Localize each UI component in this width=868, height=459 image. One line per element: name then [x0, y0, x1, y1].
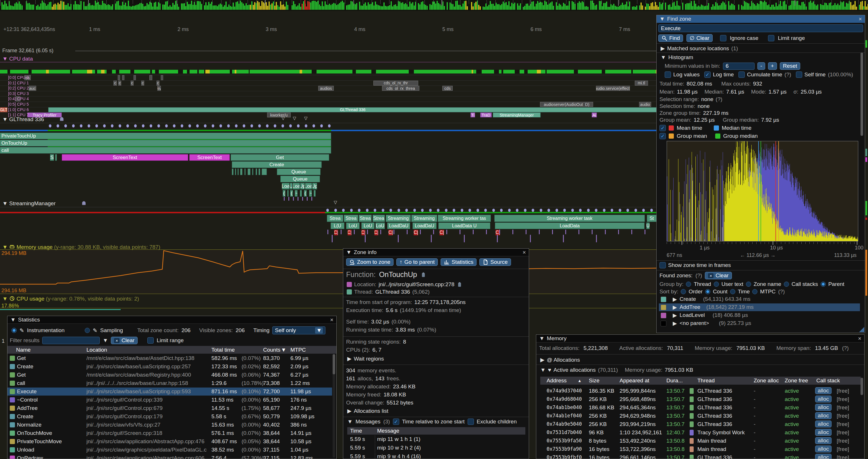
table-row[interactable]: OnRedrawjni/../jni/src/claw/application/…	[7, 454, 332, 459]
allocation-row[interactable]: 0x7553b9fbf016 bytes296,661,146ns13:50.7…	[540, 454, 861, 459]
expander-icon[interactable]: ▶	[673, 296, 677, 302]
self-time-checkbox[interactable]	[796, 71, 802, 78]
alloc-callstack-button[interactable]: alloc	[815, 387, 832, 394]
memory-panel-title[interactable]: ▼Memory×	[536, 335, 864, 342]
allocation-row[interactable]: 0x7553b9fa9016 bytes153,722,396ns13:50.8…	[540, 445, 861, 453]
sort-radio-time[interactable]	[730, 289, 735, 294]
scrollbar-thumb[interactable]	[861, 53, 863, 136]
min-bin-input[interactable]: 6	[723, 63, 754, 70]
close-icon[interactable]: ×	[523, 249, 526, 256]
cpu-usage-header[interactable]: ▼ CPU usage (y-range: 0.78%, visible dat…	[2, 296, 139, 302]
table-row[interactable]: Createjni/../jni/src/claw/base/LuaScript…	[7, 363, 332, 370]
find-button[interactable]: Find	[658, 34, 683, 42]
matched-locations-expander[interactable]: ▶Matched source locations(1)	[661, 45, 738, 52]
alloc-callstack-button[interactable]: alloc	[815, 446, 832, 452]
timing-select[interactable]: Self only▼	[272, 326, 326, 334]
table-row[interactable]: AddTreejni/../jni/src/guif/Control.cpp:6…	[7, 404, 332, 412]
log-time-checkbox[interactable]: ✓	[704, 71, 711, 78]
zone-location[interactable]: jni/../jni/src/guif/Screen.cpp:278	[378, 281, 455, 288]
found-zone-row[interactable]: ▶AddTree(18,542) 227.19 ms	[659, 303, 860, 311]
zone-statistics-button[interactable]: Statistics	[441, 258, 476, 266]
group-radio-user-text[interactable]	[714, 282, 719, 287]
alloc-callstack-button[interactable]: alloc	[815, 421, 832, 427]
log-values-checkbox[interactable]	[664, 71, 671, 78]
minus-button[interactable]: -	[757, 62, 765, 70]
filter-input[interactable]	[42, 337, 100, 344]
memory-table-header[interactable]: Address ▲ Size Appeared at Dura... Threa…	[540, 376, 861, 385]
limit-range-checkbox[interactable]	[768, 35, 774, 41]
statistics-panel-title[interactable]: ▼Statistics×	[7, 316, 336, 324]
reset-button[interactable]: Reset	[780, 62, 801, 70]
histogram-canvas[interactable]	[666, 141, 858, 241]
scrollbar-thumb[interactable]	[333, 354, 335, 374]
mean-time-checkbox[interactable]: ✓	[659, 125, 666, 131]
funnel-icon[interactable]: ▼	[102, 337, 108, 343]
allocations-expander[interactable]: ▶@ Allocations	[540, 357, 580, 363]
allocation-row[interactable]: 0x7531d7b04096 KB1:10 234,952,16112:40.7…	[540, 429, 861, 437]
limit-range-checkbox[interactable]	[147, 337, 154, 343]
group-radio-parent[interactable]	[820, 282, 826, 287]
sampling-radio[interactable]	[85, 328, 90, 333]
group-radio-zone-name[interactable]	[746, 282, 751, 287]
scrollbar-thumb[interactable]	[861, 378, 863, 395]
scrollbar-track[interactable]	[333, 354, 335, 458]
table-row[interactable]: OnTouchMovejni/../jni/src/guif/Screen.cp…	[7, 429, 332, 437]
found-zone-row[interactable]: ▶Create(54,131) 643.34 ms	[659, 295, 860, 303]
clear-button[interactable]: ∅Clear	[686, 34, 713, 42]
allocation-row[interactable]: 0x74a9d37040186.35 KB295,999,844ns13:50.…	[540, 387, 861, 395]
clear-filter-button[interactable]: ×Clear	[111, 337, 137, 344]
allocation-row[interactable]: 0x74a9d68040256 KB295,668,489ns13:50.7GL…	[540, 395, 861, 403]
ignore-case-checkbox[interactable]	[720, 35, 726, 41]
close-icon[interactable]: ×	[330, 317, 334, 323]
find-zone-search-input[interactable]: Execute	[658, 24, 863, 32]
alloc-callstack-button[interactable]: alloc	[815, 412, 832, 419]
allocations-list-expander[interactable]: ▶Allocations list	[347, 407, 388, 414]
histogram-expander[interactable]: ▼Histogram	[661, 54, 693, 61]
stats-table-header[interactable]: Name Location Total time Counts ▼ MTPC	[7, 346, 336, 354]
table-row[interactable]: Get/mnt/e/claw/src/claw/base/Registry.hp…	[7, 371, 332, 379]
sort-radio-mtpc[interactable]	[752, 289, 757, 294]
zone-thread[interactable]: GLThread 336	[375, 289, 410, 295]
source-button[interactable]: Source	[479, 258, 511, 266]
plus-button[interactable]: +	[768, 62, 777, 70]
alloc-callstack-button[interactable]: alloc	[815, 429, 832, 436]
allocation-row[interactable]: 0x74ab9e5040256 KB293,994,219ns13:50.7GL…	[540, 420, 861, 428]
sort-radio-count[interactable]	[705, 289, 710, 294]
find-zone-title[interactable]: ▼Find zone×	[657, 15, 865, 23]
messages-expander[interactable]: ▼	[347, 419, 353, 425]
allocation-row[interactable]: 0x7553b9fa508 bytes153,492,240ns13:50.8M…	[540, 437, 861, 445]
memory-usage-graph[interactable]	[0, 0, 658, 296]
show-frames-checkbox[interactable]	[659, 262, 666, 268]
expander-icon[interactable]: ▶	[673, 304, 677, 310]
sort-radio-order[interactable]	[681, 289, 686, 294]
table-row[interactable]: calljni/../jni/../../../src/claw/base/Lu…	[7, 379, 332, 387]
wait-regions-expander[interactable]: ▶Wait regions	[347, 355, 384, 362]
alloc-callstack-button[interactable]: alloc	[815, 454, 832, 459]
alloc-callstack-button[interactable]: alloc	[815, 396, 832, 402]
clipboard-icon[interactable]	[457, 282, 462, 287]
table-row[interactable]: Createjni/../jni/src/guif/Control.cpp:17…	[7, 413, 332, 421]
close-icon[interactable]: ×	[858, 335, 861, 342]
instrumentation-radio[interactable]	[11, 328, 17, 333]
expander-icon[interactable]: ▶	[673, 312, 677, 319]
table-row[interactable]: Unloadjni/../jni/src/claw/graphics/pixel…	[7, 446, 332, 454]
table-row[interactable]: PrivateTouchMovejni/../jni/src/claw/appl…	[7, 437, 332, 446]
resize-grip[interactable]	[859, 327, 864, 332]
cumulate-time-checkbox[interactable]	[739, 71, 745, 78]
zoom-to-zone-button[interactable]: Zoom to zone	[346, 258, 394, 266]
clipboard-icon[interactable]	[421, 272, 426, 277]
clear-found-button[interactable]: ×Clear	[705, 272, 732, 279]
message-row[interactable]: 5.59 smip 11 w 1 h 1 (1)	[347, 435, 525, 444]
found-zone-row[interactable]: ▶<no parent>(9) 225.73 µs	[659, 320, 860, 327]
group-radio-call-stacks[interactable]	[784, 282, 789, 287]
table-row[interactable]: Get/mnt/e/claw/src/claw/base/AssetDict.h…	[7, 354, 332, 362]
allocation-row[interactable]: 0x74ab1be040186.68 KB294,645,364ns13:50.…	[540, 403, 861, 412]
group-radio-thread[interactable]	[686, 282, 691, 287]
table-row[interactable]: ~Controljni/../jni/src/guif/Control.cpp:…	[7, 396, 332, 404]
group-mean-checkbox[interactable]: ✓	[659, 133, 666, 139]
time-relative-checkbox[interactable]: ✓	[393, 419, 399, 425]
messages-table-header[interactable]: Time Message	[347, 427, 525, 435]
alloc-callstack-button[interactable]: alloc	[815, 404, 832, 411]
message-row[interactable]: 5.59 smip 9 w 4 h 4 (16)	[347, 452, 525, 459]
alloc-callstack-button[interactable]: alloc	[815, 437, 832, 444]
